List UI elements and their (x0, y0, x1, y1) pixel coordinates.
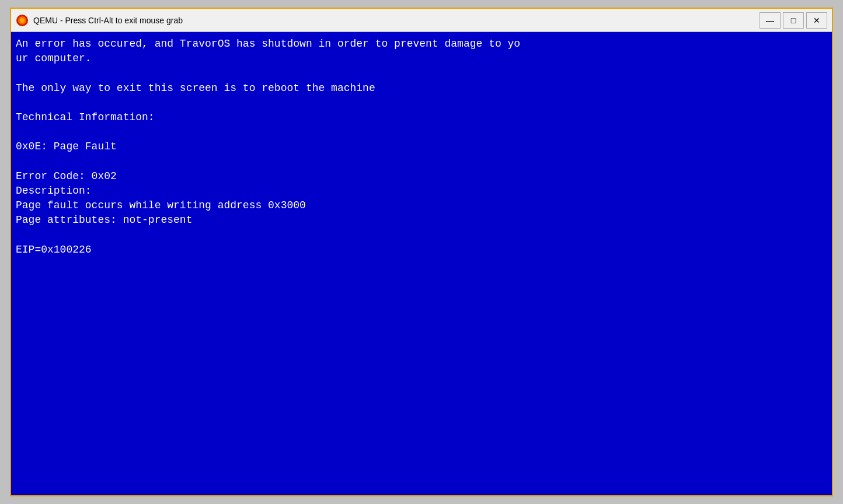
maximize-button[interactable]: □ (783, 12, 804, 29)
title-bar: QEMU - Press Ctrl-Alt to exit mouse grab… (11, 9, 832, 32)
qemu-icon (16, 14, 29, 27)
qemu-window: QEMU - Press Ctrl-Alt to exit mouse grab… (10, 8, 833, 496)
bsod-message: An error has occured, and TravorOS has s… (16, 37, 827, 257)
window-title: QEMU - Press Ctrl-Alt to exit mouse grab (33, 16, 760, 25)
window-controls: — □ ✕ (760, 12, 827, 29)
minimize-button[interactable]: — (760, 12, 781, 29)
svg-point-2 (20, 18, 25, 23)
bsod-screen: An error has occured, and TravorOS has s… (11, 32, 832, 495)
close-button[interactable]: ✕ (806, 12, 827, 29)
